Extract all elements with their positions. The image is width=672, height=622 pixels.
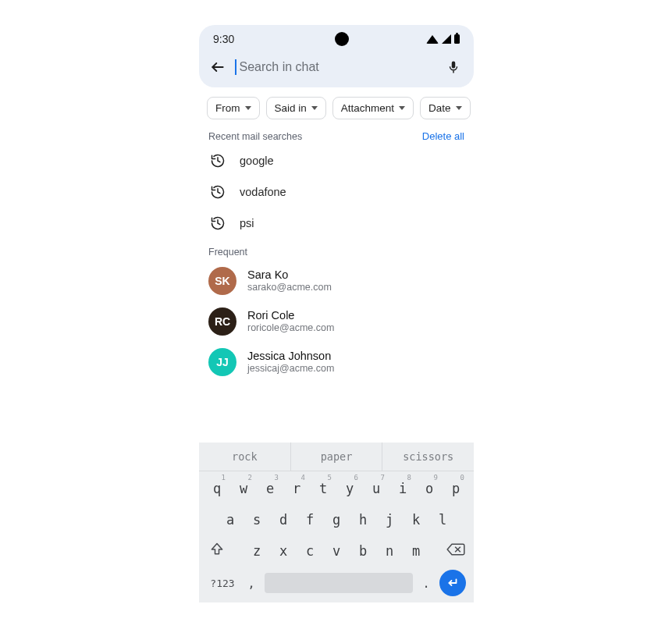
contact-item[interactable]: SKSara Kosarako@acme.com xyxy=(199,261,474,301)
key-m[interactable]: m xyxy=(404,537,428,562)
key-n[interactable]: n xyxy=(378,537,401,562)
phone-frame: 9:30 xyxy=(199,25,474,602)
key-hint: 2 xyxy=(248,474,252,482)
history-icon xyxy=(210,184,226,200)
key-hint: 7 xyxy=(381,474,385,482)
chevron-down-icon xyxy=(311,106,318,110)
recent-search-item[interactable]: google xyxy=(199,145,474,176)
key-z[interactable]: z xyxy=(245,537,268,562)
chip-label: Said in xyxy=(275,102,307,114)
key-p[interactable]: 0p xyxy=(444,474,468,499)
contact-name: Sara Ko xyxy=(247,268,332,282)
shift-key[interactable] xyxy=(204,537,230,562)
back-button[interactable] xyxy=(210,59,226,75)
key-b[interactable]: b xyxy=(351,537,375,562)
wifi-icon xyxy=(426,35,439,44)
recent-header: Recent mail searches xyxy=(208,131,302,142)
contact-name: Rori Cole xyxy=(247,308,334,322)
history-icon xyxy=(210,153,226,169)
key-r[interactable]: 4r xyxy=(285,474,308,499)
key-l[interactable]: l xyxy=(431,506,454,531)
enter-key[interactable] xyxy=(439,570,466,596)
key-c[interactable]: c xyxy=(298,537,322,562)
status-time: 9:30 xyxy=(213,33,234,45)
status-icons xyxy=(426,34,460,44)
key-y[interactable]: 6y xyxy=(338,474,361,499)
key-v[interactable]: v xyxy=(325,537,348,562)
filter-chip-attachment[interactable]: Attachment xyxy=(332,97,414,119)
key-f[interactable]: f xyxy=(298,506,322,531)
space-key[interactable] xyxy=(265,573,413,593)
frequent-header: Frequent xyxy=(199,239,474,261)
battery-icon xyxy=(454,34,460,44)
history-icon xyxy=(210,215,226,231)
key-h[interactable]: h xyxy=(351,506,375,531)
chevron-down-icon xyxy=(245,106,251,110)
key-k[interactable]: k xyxy=(404,506,428,531)
key-j[interactable]: j xyxy=(378,506,401,531)
keyboard-suggestion[interactable]: paper xyxy=(291,443,383,471)
filter-chip-date[interactable]: Date xyxy=(420,97,471,119)
keyboard-suggestion[interactable]: rock xyxy=(199,443,291,471)
key-q[interactable]: 1q xyxy=(205,474,229,499)
key-u[interactable]: 7u xyxy=(364,474,388,499)
voice-search-button[interactable] xyxy=(446,59,461,75)
avatar: JJ xyxy=(208,348,236,376)
svg-rect-1 xyxy=(453,71,454,73)
delete-all-link[interactable]: Delete all xyxy=(422,130,464,142)
recent-search-item[interactable]: vodafone xyxy=(199,176,474,208)
top-card: 9:30 xyxy=(199,25,474,87)
keyboard-suggestion-row: rock paper scissors xyxy=(199,443,474,471)
key-e[interactable]: 3e xyxy=(258,474,282,499)
recent-search-item[interactable]: psi xyxy=(199,208,474,239)
text-caret-icon xyxy=(235,59,236,75)
avatar: RC xyxy=(208,307,236,336)
contact-name: Jessica Johnson xyxy=(247,349,334,363)
key-hint: 4 xyxy=(301,474,305,482)
key-hint: 9 xyxy=(434,474,438,482)
key-s[interactable]: s xyxy=(245,506,268,531)
comma-key[interactable]: , xyxy=(244,576,258,591)
search-bar xyxy=(199,48,474,78)
key-t[interactable]: 5t xyxy=(311,474,335,499)
filter-chip-row: From Said in Attachment Date Is xyxy=(199,87,474,124)
chip-label: Date xyxy=(428,102,451,114)
key-hint: 5 xyxy=(328,474,332,482)
contact-email: jessicaj@acme.com xyxy=(247,363,334,375)
microphone-icon xyxy=(446,60,460,74)
enter-icon xyxy=(446,576,460,590)
camera-cutout-icon xyxy=(335,32,349,46)
chip-label: From xyxy=(215,102,240,114)
symbols-key[interactable]: ?123 xyxy=(207,578,238,589)
backspace-key[interactable] xyxy=(443,537,469,562)
chevron-down-icon xyxy=(456,106,462,110)
key-g[interactable]: g xyxy=(325,506,348,531)
arrow-left-icon xyxy=(210,59,226,75)
key-d[interactable]: d xyxy=(272,506,295,531)
key-o[interactable]: 9o xyxy=(418,474,441,499)
chevron-down-icon xyxy=(399,106,405,110)
key-hint: 6 xyxy=(354,474,358,482)
filter-chip-from[interactable]: From xyxy=(207,97,260,119)
key-hint: 1 xyxy=(222,474,226,482)
period-key[interactable]: . xyxy=(419,576,433,591)
chip-label: Attachment xyxy=(341,102,394,114)
recent-search-term: google xyxy=(240,155,274,167)
key-hint: 3 xyxy=(275,474,279,482)
key-i[interactable]: 8i xyxy=(391,474,414,499)
cell-signal-icon xyxy=(442,34,451,44)
recent-search-term: psi xyxy=(240,217,254,229)
key-hint: 8 xyxy=(407,474,411,482)
key-a[interactable]: a xyxy=(219,506,242,531)
avatar: SK xyxy=(208,267,236,295)
keyboard-suggestion[interactable]: scissors xyxy=(382,443,474,471)
key-x[interactable]: x xyxy=(272,537,295,562)
contact-item[interactable]: RCRori Coleroricole@acme.com xyxy=(199,301,474,342)
search-input[interactable] xyxy=(238,59,437,75)
contact-item[interactable]: JJJessica Johnsonjessicaj@acme.com xyxy=(199,342,474,382)
key-w[interactable]: 2w xyxy=(232,474,255,499)
filter-chip-said-in[interactable]: Said in xyxy=(266,97,326,119)
key-hint: 0 xyxy=(460,474,464,482)
status-bar: 9:30 xyxy=(199,25,474,48)
recent-search-term: vodafone xyxy=(240,186,286,198)
